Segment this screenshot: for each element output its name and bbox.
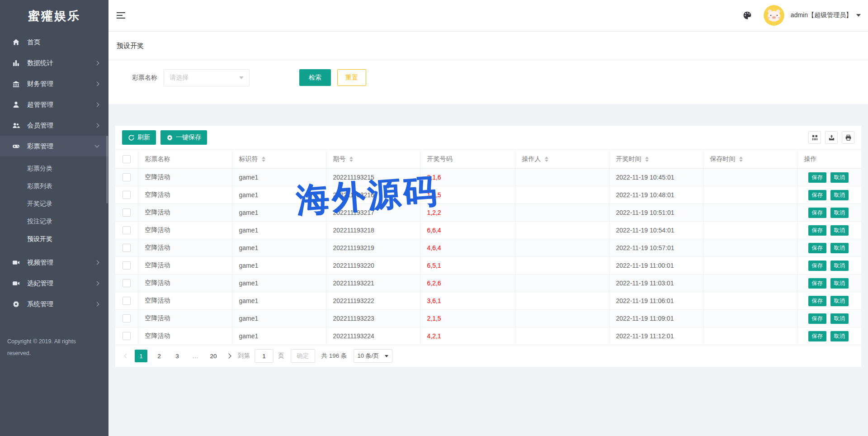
cancel-button[interactable]: 取消 <box>830 313 849 324</box>
save-button[interactable]: 保存 <box>808 296 826 306</box>
sidebar-item-system[interactable]: 系统管理 <box>0 294 108 314</box>
export-icon[interactable] <box>825 131 838 144</box>
cell-draw-time: 2022-11-19 11:06:01 <box>609 292 703 310</box>
row-checkbox[interactable] <box>123 314 131 322</box>
theme-palette-icon[interactable] <box>743 11 752 20</box>
next-page-icon[interactable] <box>226 353 231 358</box>
cancel-button[interactable]: 取消 <box>830 331 849 341</box>
table-row: 空降活动game12022111932244,2,12022-11-19 11:… <box>115 327 861 345</box>
home-icon <box>12 38 20 46</box>
row-checkbox[interactable] <box>123 173 131 181</box>
sort-icon[interactable] <box>262 156 265 162</box>
sidebar-item-members[interactable]: 会员管理 <box>0 115 108 136</box>
save-button[interactable]: 保存 <box>808 313 826 324</box>
print-icon[interactable] <box>842 131 854 144</box>
cell-draw-numbers: 1,3,5 <box>420 186 515 204</box>
sidebar-menu: 首页数据统计财务管理超管管理会员管理彩票管理彩票分类彩票列表开奖记录投注记录预设… <box>0 32 108 314</box>
sort-icon[interactable] <box>545 156 548 162</box>
page-size-select[interactable]: 10 条/页 <box>354 349 392 363</box>
page-button-1[interactable]: 1 <box>135 350 147 362</box>
row-checkbox[interactable] <box>123 297 131 305</box>
search-button[interactable]: 检索 <box>299 69 331 86</box>
row-checkbox[interactable] <box>123 226 131 234</box>
chevron-right-icon <box>95 102 99 107</box>
save-button[interactable]: 保存 <box>808 261 826 271</box>
sidebar-subitem-bet-records[interactable]: 投注记录 <box>0 213 108 230</box>
user-menu[interactable]: admin【超级管理员】 <box>791 11 852 19</box>
lottery-name-select[interactable]: 请选择 <box>164 69 250 86</box>
sort-icon[interactable] <box>349 156 353 162</box>
save-button[interactable]: 保存 <box>808 172 826 183</box>
cell-issue: 202211193224 <box>326 327 420 345</box>
column-header-issue[interactable]: 期号 <box>326 150 420 169</box>
cell-draw-time: 2022-11-19 11:12:01 <box>609 327 703 345</box>
sort-icon[interactable] <box>739 156 743 162</box>
sidebar-item-stats[interactable]: 数据统计 <box>0 52 108 73</box>
cell-code: game1 <box>232 257 326 275</box>
page-button-2[interactable]: 2 <box>153 350 165 362</box>
table-card: 刷新 一键保存 <box>115 126 861 367</box>
table-body: 空降活动game12022111932152,1,62022-11-19 10:… <box>115 169 861 345</box>
confirm-button[interactable]: 确定 <box>291 349 315 363</box>
avatar[interactable] <box>764 5 784 26</box>
goto-page-input[interactable] <box>255 349 274 363</box>
cancel-button[interactable]: 取消 <box>830 278 849 289</box>
row-checkbox[interactable] <box>123 261 131 270</box>
save-all-button[interactable]: 一键保存 <box>160 130 207 145</box>
sort-icon[interactable] <box>645 156 649 162</box>
row-checkbox[interactable] <box>123 209 131 217</box>
page-button-20[interactable]: 20 <box>207 350 220 362</box>
column-header-save-time[interactable]: 保存时间 <box>703 150 797 169</box>
chevron-right-icon <box>95 81 99 86</box>
cancel-button[interactable]: 取消 <box>830 261 849 271</box>
sidebar-item-lottery[interactable]: 彩票管理 <box>0 136 108 156</box>
copyright-text: Copyright © 2019. All rights reserved. <box>7 336 95 359</box>
save-button[interactable]: 保存 <box>808 208 826 218</box>
main-area: admin【超级管理员】 预设开奖 彩票名称 请选择 检索 重置 刷新 <box>108 0 868 436</box>
sidebar-item-super-admin[interactable]: 超管管理 <box>0 94 108 115</box>
columns-layout-icon[interactable] <box>808 131 821 144</box>
page-title: 预设开奖 <box>108 32 868 60</box>
cancel-button[interactable]: 取消 <box>830 243 849 253</box>
row-checkbox[interactable] <box>123 279 131 287</box>
column-header-operator[interactable]: 操作人 <box>515 150 609 169</box>
toolbar-right-icons <box>808 131 854 144</box>
cell-draw-time: 2022-11-19 11:09:01 <box>609 310 703 327</box>
refresh-button[interactable]: 刷新 <box>122 130 156 145</box>
column-header-code[interactable]: 标识符 <box>232 150 326 169</box>
column-header-draw-time[interactable]: 开奖时间 <box>609 150 703 169</box>
chevron-down-icon[interactable] <box>856 14 861 17</box>
table-row: 空降活动game12022111932223,6,12022-11-19 11:… <box>115 292 861 310</box>
row-checkbox[interactable] <box>123 332 131 340</box>
sidebar-scrollbar[interactable] <box>106 136 108 204</box>
menu-toggle-icon[interactable] <box>117 12 126 19</box>
sidebar-subitem-lottery-list[interactable]: 彩票列表 <box>0 177 108 195</box>
cancel-button[interactable]: 取消 <box>830 225 849 236</box>
save-button[interactable]: 保存 <box>808 278 826 289</box>
save-button[interactable]: 保存 <box>808 225 826 236</box>
sidebar-item-home[interactable]: 首页 <box>0 32 108 52</box>
cell-issue: 202211193223 <box>326 310 420 327</box>
row-checkbox[interactable] <box>123 244 131 252</box>
cancel-button[interactable]: 取消 <box>830 172 849 183</box>
sidebar-item-girls[interactable]: 选妃管理 <box>0 273 108 294</box>
topbar: admin【超级管理员】 <box>108 0 868 32</box>
reset-button[interactable]: 重置 <box>337 69 366 86</box>
sidebar-item-video[interactable]: 视频管理 <box>0 252 108 273</box>
page-button-3[interactable]: 3 <box>171 350 184 362</box>
save-button[interactable]: 保存 <box>808 331 826 341</box>
row-checkbox[interactable] <box>123 191 131 199</box>
sidebar-subitem-lottery-category[interactable]: 彩票分类 <box>0 160 108 177</box>
save-button[interactable]: 保存 <box>808 190 826 200</box>
sidebar-subitem-preset-draw[interactable]: 预设开奖 <box>0 230 108 248</box>
cancel-button[interactable]: 取消 <box>830 208 849 218</box>
chevron-right-icon <box>95 123 99 128</box>
cancel-button[interactable]: 取消 <box>830 190 849 200</box>
prev-page-icon[interactable] <box>124 353 129 358</box>
save-button[interactable]: 保存 <box>808 243 826 253</box>
header-checkbox[interactable] <box>123 155 131 163</box>
table-row: 空降活动game12022111932186,6,42022-11-19 10:… <box>115 222 861 239</box>
sidebar-subitem-draw-records[interactable]: 开奖记录 <box>0 195 108 213</box>
cancel-button[interactable]: 取消 <box>830 296 849 306</box>
sidebar-item-finance[interactable]: 财务管理 <box>0 73 108 94</box>
